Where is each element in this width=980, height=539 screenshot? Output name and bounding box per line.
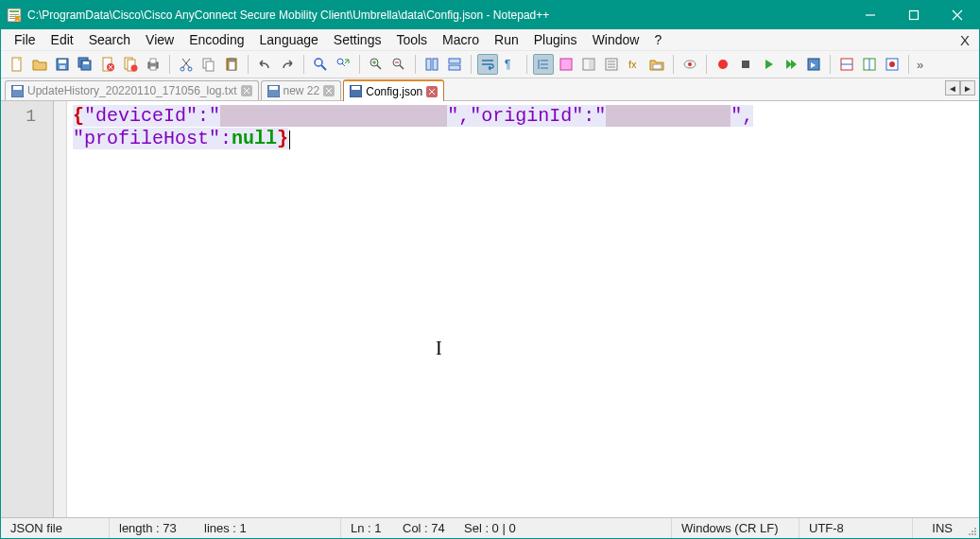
save-icon[interactable] <box>52 54 73 75</box>
tab-label: new 22 <box>284 84 320 97</box>
resize-grip-icon[interactable] <box>962 518 979 538</box>
menu-search[interactable]: Search <box>81 30 138 49</box>
menu-file[interactable]: File <box>7 30 43 49</box>
play-macro-icon[interactable] <box>758 54 779 75</box>
titlebar: C:\ProgramData\Cisco\Cisco AnyConnect Se… <box>1 1 979 29</box>
svg-point-31 <box>315 59 322 66</box>
compare-3-icon[interactable] <box>882 54 903 75</box>
svg-text:¶: ¶ <box>505 58 510 71</box>
menu-language[interactable]: Language <box>252 30 326 49</box>
svg-point-70 <box>889 61 895 67</box>
menu-run[interactable]: Run <box>487 30 526 49</box>
close-all-icon[interactable] <box>120 54 141 75</box>
svg-rect-45 <box>449 65 460 70</box>
disk-icon <box>350 85 362 97</box>
stop-macro-icon[interactable] <box>735 54 756 75</box>
svg-line-34 <box>342 63 345 66</box>
window-title: C:\ProgramData\Cisco\Cisco AnyConnect Se… <box>27 9 849 22</box>
paste-icon[interactable] <box>221 54 242 75</box>
tab-scroll-left-icon[interactable]: ◄ <box>945 80 960 96</box>
folder-workspace-icon[interactable] <box>646 54 667 75</box>
zoom-in-icon[interactable] <box>366 54 387 75</box>
tab-close-icon[interactable] <box>426 86 438 97</box>
user-lang-icon[interactable] <box>556 54 576 75</box>
indent-guide-icon[interactable] <box>533 54 554 75</box>
wordwrap-icon[interactable] <box>477 54 498 75</box>
tab-config-json[interactable]: Config.json <box>343 79 444 101</box>
redo-icon[interactable] <box>277 54 298 75</box>
compare-2-icon[interactable] <box>859 54 880 75</box>
svg-rect-22 <box>150 59 156 63</box>
close-button[interactable] <box>936 1 979 29</box>
svg-rect-53 <box>589 60 593 69</box>
svg-rect-30 <box>229 58 234 61</box>
menu-edit[interactable]: Edit <box>43 30 81 49</box>
svg-point-77 <box>974 528 976 530</box>
show-all-chars-icon[interactable]: ¶ <box>500 54 521 75</box>
status-filetype: JSON file <box>1 518 110 538</box>
minimize-button[interactable] <box>849 1 892 29</box>
svg-point-80 <box>969 533 971 535</box>
menu-settings[interactable]: Settings <box>326 30 389 49</box>
menu-close-doc[interactable]: X <box>956 32 973 48</box>
print-icon[interactable] <box>143 54 163 75</box>
svg-rect-42 <box>426 59 431 70</box>
close-file-icon[interactable] <box>97 54 118 75</box>
svg-rect-1 <box>9 10 19 12</box>
window-buttons <box>849 1 979 29</box>
tab-label: Config.json <box>366 85 422 98</box>
svg-rect-72 <box>13 86 22 90</box>
compare-1-icon[interactable] <box>836 54 857 75</box>
menu-view[interactable]: View <box>138 30 181 49</box>
tab-close-icon[interactable] <box>241 85 252 96</box>
svg-rect-59 <box>653 64 662 69</box>
toolbar-overflow-icon[interactable]: » <box>915 58 925 72</box>
open-file-icon[interactable] <box>29 54 50 75</box>
tab-label: UpdateHistory_20220110_171056_log.txt <box>27 84 237 97</box>
new-file-icon[interactable] <box>7 54 27 75</box>
copy-icon[interactable] <box>198 54 219 75</box>
tab-scroll: ◄ ► <box>945 80 975 96</box>
doc-list-icon[interactable] <box>601 54 622 75</box>
menu-encoding[interactable]: Encoding <box>181 30 251 49</box>
save-all-icon[interactable] <box>75 54 95 75</box>
record-macro-icon[interactable] <box>713 54 733 75</box>
monitor-icon[interactable] <box>679 54 700 75</box>
find-icon[interactable] <box>310 54 331 75</box>
svg-rect-44 <box>449 59 460 63</box>
tab-new-22[interactable]: new 22 <box>261 80 342 100</box>
code-content[interactable]: {"deviceId":" ","originId":" ", "profile… <box>67 101 979 517</box>
tab-update-history[interactable]: UpdateHistory_20220110_171056_log.txt <box>5 80 259 100</box>
maximize-button[interactable] <box>892 1 936 29</box>
text-cursor-icon: I <box>436 338 442 359</box>
svg-rect-23 <box>150 66 156 70</box>
tab-close-icon[interactable] <box>323 85 335 96</box>
status-lines: lines : 1 <box>195 518 341 538</box>
sync-v-icon[interactable] <box>421 54 442 75</box>
svg-point-79 <box>974 530 976 532</box>
menu-plugins[interactable]: Plugins <box>526 30 585 49</box>
svg-rect-29 <box>229 61 235 70</box>
svg-line-36 <box>377 65 381 69</box>
menu-tools[interactable]: Tools <box>388 30 435 49</box>
menu-help[interactable]: ? <box>646 30 669 49</box>
menu-macro[interactable]: Macro <box>435 30 487 49</box>
svg-point-82 <box>974 533 976 535</box>
zoom-out-icon[interactable] <box>388 54 409 75</box>
play-multi-icon[interactable] <box>781 54 801 75</box>
cut-icon[interactable] <box>176 54 197 75</box>
statusbar: JSON file length : 73 lines : 1 Ln : 1 C… <box>1 517 979 538</box>
status-length: length : 73 <box>110 518 195 538</box>
editor[interactable]: 1 {"deviceId":" ","originId":" ", "profi… <box>1 101 979 517</box>
undo-icon[interactable] <box>254 54 275 75</box>
sync-h-icon[interactable] <box>444 54 465 75</box>
menu-window[interactable]: Window <box>585 30 647 49</box>
doc-map-icon[interactable] <box>578 54 599 75</box>
save-macro-icon[interactable] <box>803 54 824 75</box>
replace-icon[interactable] <box>333 54 353 75</box>
tab-scroll-right-icon[interactable]: ► <box>960 80 975 96</box>
svg-point-78 <box>971 530 973 532</box>
func-list-icon[interactable]: fx <box>624 54 645 75</box>
status-ln: Ln : 1 <box>341 518 393 538</box>
tabbar: UpdateHistory_20220110_171056_log.txt ne… <box>1 78 979 101</box>
